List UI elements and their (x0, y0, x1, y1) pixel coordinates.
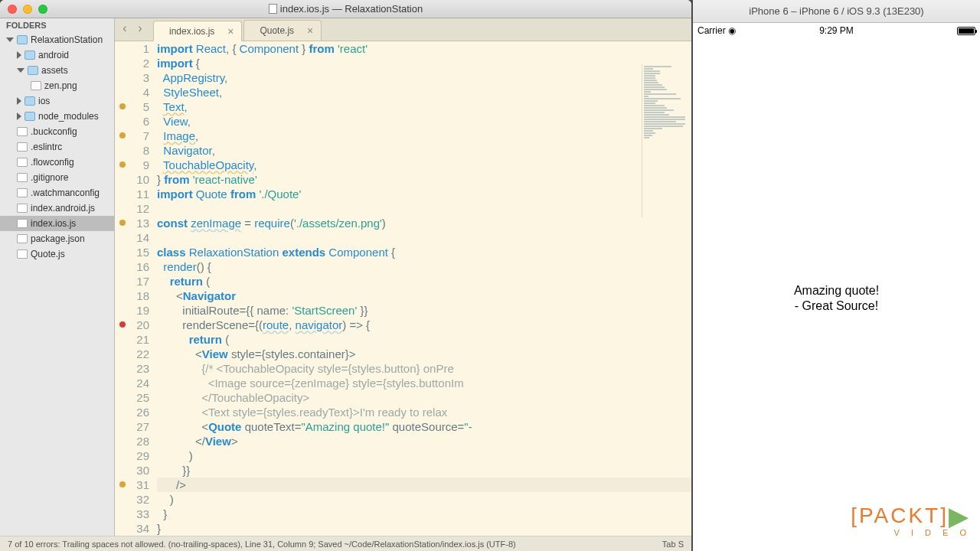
line-number[interactable]: 33 (115, 507, 149, 521)
code-line[interactable]: ) (157, 492, 691, 507)
line-number[interactable]: 18 (115, 289, 149, 303)
code-line[interactable]: return ( (157, 274, 691, 289)
code-line[interactable]: {/* <TouchableOpacity style={styles.butt… (157, 361, 691, 376)
line-number[interactable]: 7 (115, 129, 149, 143)
editor-tab[interactable]: Quote.js× (243, 20, 322, 41)
code-line[interactable]: return ( (157, 332, 691, 347)
code-line[interactable]: Text, (157, 99, 691, 114)
line-number[interactable]: 34 (115, 521, 149, 536)
code-line[interactable]: import Quote from './Quote' (157, 187, 691, 201)
code-line[interactable]: <Quote quoteText="Amazing quote!" quoteS… (157, 419, 691, 434)
line-number[interactable]: 22 (115, 347, 149, 361)
file-item[interactable]: .flowconfig (0, 155, 114, 170)
disclosure-icon[interactable] (17, 112, 21, 120)
code-editor[interactable]: 1234567891011121314151617181920212223242… (115, 41, 691, 536)
line-number[interactable]: 20 (115, 318, 149, 332)
line-number[interactable]: 23 (115, 361, 149, 376)
code-line[interactable]: <View style={styles.container}> (157, 347, 691, 361)
close-tab-icon[interactable]: × (307, 24, 313, 37)
line-number[interactable]: 24 (115, 376, 149, 390)
code-line[interactable]: <Navigator (157, 289, 691, 303)
code-line[interactable]: renderScene={(route, navigator) => { (157, 318, 691, 332)
nav-forward-icon[interactable]: › (133, 21, 147, 36)
file-item[interactable]: zen.png (0, 78, 114, 93)
file-item[interactable]: .buckconfig (0, 124, 114, 139)
disclosure-icon[interactable] (17, 68, 24, 73)
line-number[interactable]: 11 (115, 187, 149, 201)
code-line[interactable]: </TouchableOpacity> (157, 390, 691, 405)
file-item[interactable]: index.android.js (0, 201, 114, 216)
code-line[interactable]: </View> (157, 434, 691, 448)
line-number[interactable]: 12 (115, 201, 149, 216)
line-number[interactable]: 6 (115, 114, 149, 129)
line-number[interactable]: 5 (115, 99, 149, 114)
folder-item[interactable]: assets (0, 63, 114, 78)
line-number[interactable]: 29 (115, 448, 149, 463)
code-line[interactable]: render() { (157, 259, 691, 274)
file-item[interactable]: Quote.js (0, 246, 114, 262)
code-line[interactable]: ) (157, 448, 691, 463)
code-line[interactable]: } from 'react-native' (157, 172, 691, 187)
code-line[interactable]: StyleSheet, (157, 85, 691, 99)
line-number[interactable]: 31 (115, 478, 149, 492)
line-number[interactable]: 3 (115, 70, 149, 85)
line-number[interactable]: 8 (115, 143, 149, 158)
code-line[interactable] (157, 201, 691, 216)
code-line[interactable]: AppRegistry, (157, 70, 691, 85)
line-number[interactable]: 21 (115, 332, 149, 347)
code-line[interactable]: View, (157, 114, 691, 129)
line-number[interactable]: 25 (115, 390, 149, 405)
file-item[interactable]: .eslintrc (0, 139, 114, 155)
code-line[interactable]: import React, { Component } from 'react' (157, 41, 691, 56)
file-item[interactable]: index.ios.js (0, 216, 114, 231)
code-line[interactable] (157, 230, 691, 245)
code-line[interactable]: Image, (157, 129, 691, 143)
folder-item[interactable]: ios (0, 93, 114, 109)
line-number[interactable]: 15 (115, 245, 149, 259)
code-line[interactable]: } (157, 521, 691, 536)
disclosure-icon[interactable] (17, 51, 21, 59)
code-line[interactable]: initialRoute={{ name: 'StartScreen' }} (157, 303, 691, 318)
line-number[interactable]: 4 (115, 85, 149, 99)
line-number[interactable]: 27 (115, 419, 149, 434)
line-number[interactable]: 10 (115, 172, 149, 187)
file-item[interactable]: package.json (0, 231, 114, 246)
line-number[interactable]: 17 (115, 274, 149, 289)
line-number[interactable]: 2 (115, 56, 149, 70)
line-number[interactable]: 26 (115, 405, 149, 419)
line-number[interactable]: 32 (115, 492, 149, 507)
tree-item-label: .flowconfig (31, 157, 74, 168)
code-line[interactable]: Navigator, (157, 143, 691, 158)
folder-item[interactable]: RelaxationStation (0, 32, 114, 47)
folder-item[interactable]: node_modules (0, 109, 114, 124)
code-line[interactable]: <Image source={zenImage} style={styles.b… (157, 376, 691, 390)
code-line[interactable]: /> (157, 478, 691, 492)
minimap[interactable] (642, 64, 691, 217)
editor-tab[interactable]: index.ios.js× (153, 21, 242, 41)
code-line[interactable]: } (157, 507, 691, 521)
line-number[interactable]: 13 (115, 216, 149, 230)
code-line[interactable]: import { (157, 56, 691, 70)
file-item[interactable]: .watchmanconfig (0, 185, 114, 201)
line-number[interactable]: 14 (115, 230, 149, 245)
file-item[interactable]: .gitignore (0, 170, 114, 185)
code-line[interactable]: const zenImage = require('./assets/zen.p… (157, 216, 691, 230)
nav-back-icon[interactable]: ‹ (118, 21, 132, 36)
file-icon (17, 249, 28, 259)
line-number[interactable]: 9 (115, 158, 149, 172)
titlebar[interactable]: index.ios.js — RelaxationStation (0, 0, 691, 18)
code-line[interactable]: TouchableOpacity, (157, 158, 691, 172)
disclosure-icon[interactable] (6, 37, 14, 42)
disclosure-icon[interactable] (17, 97, 21, 105)
code-line[interactable]: <Text style={styles.readyText}>I'm ready… (157, 405, 691, 419)
folder-item[interactable]: android (0, 47, 114, 63)
line-number[interactable]: 1 (115, 41, 149, 56)
code-line[interactable]: class RelaxationStation extends Componen… (157, 245, 691, 259)
line-number[interactable]: 30 (115, 463, 149, 478)
simulator-screen[interactable]: Carrier ◉ 9:29 PM Amazing quote! - Great… (693, 23, 980, 551)
line-number[interactable]: 19 (115, 303, 149, 318)
line-number[interactable]: 16 (115, 259, 149, 274)
close-tab-icon[interactable]: × (227, 25, 234, 37)
line-number[interactable]: 28 (115, 434, 149, 448)
code-line[interactable]: }} (157, 463, 691, 478)
